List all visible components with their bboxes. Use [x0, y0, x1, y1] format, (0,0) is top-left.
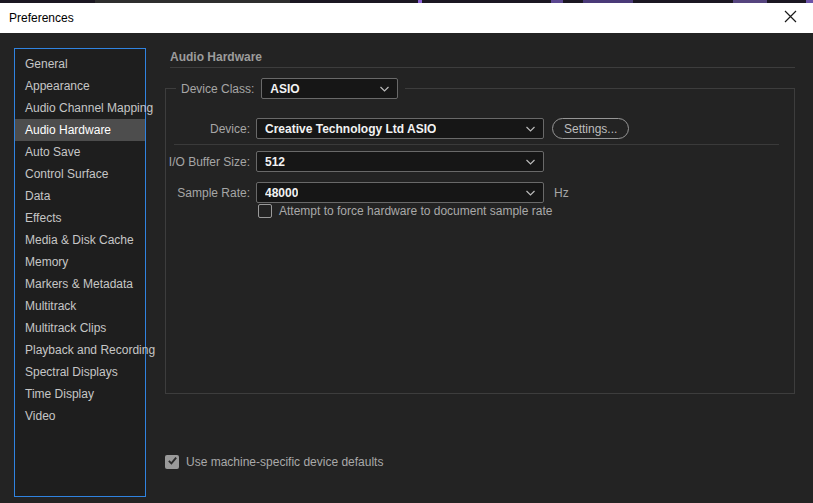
- machine-defaults-label: Use machine-specific device defaults: [186, 455, 383, 469]
- preferences-dialog-body: General Appearance Audio Channel Mapping…: [0, 33, 813, 503]
- sidebar-item-audio-channel-mapping[interactable]: Audio Channel Mapping: [15, 97, 145, 119]
- close-button[interactable]: [768, 3, 813, 33]
- sidebar-item-markers-metadata[interactable]: Markers & Metadata: [15, 273, 145, 295]
- sidebar-item-effects[interactable]: Effects: [15, 207, 145, 229]
- device-class-select[interactable]: ASIO: [261, 78, 398, 99]
- checkmark-icon: [167, 455, 178, 469]
- io-buffer-select[interactable]: 512: [256, 151, 544, 172]
- device-class-label: Device Class:: [181, 82, 254, 96]
- device-row: Device: Creative Technology Ltd ASIO Set…: [166, 118, 629, 139]
- force-sample-rate-label: Attempt to force hardware to document sa…: [279, 204, 552, 218]
- chevron-down-icon: [520, 159, 535, 165]
- io-buffer-label: I/O Buffer Size:: [166, 155, 250, 169]
- sidebar-item-multitrack[interactable]: Multitrack: [15, 295, 145, 317]
- sidebar-item-audio-hardware[interactable]: Audio Hardware: [15, 119, 145, 141]
- io-buffer-value: 512: [265, 155, 285, 169]
- force-sample-rate-checkbox[interactable]: [258, 204, 272, 218]
- sidebar-item-general[interactable]: General: [15, 53, 145, 75]
- chevron-down-icon: [374, 86, 389, 92]
- device-class-row: Device Class: ASIO: [176, 78, 405, 99]
- chevron-down-icon: [520, 126, 535, 132]
- sidebar-item-memory[interactable]: Memory: [15, 251, 145, 273]
- category-list: General Appearance Audio Channel Mapping…: [14, 48, 146, 497]
- sidebar-item-spectral-displays[interactable]: Spectral Displays: [15, 361, 145, 383]
- chevron-down-icon: [520, 190, 535, 196]
- device-value: Creative Technology Ltd ASIO: [265, 122, 436, 136]
- close-icon: [784, 10, 797, 26]
- sidebar-item-auto-save[interactable]: Auto Save: [15, 141, 145, 163]
- audio-hardware-group: Device Class: ASIO Device: Creative Tech…: [165, 88, 795, 394]
- device-label: Device:: [166, 122, 250, 136]
- sidebar-item-appearance[interactable]: Appearance: [15, 75, 145, 97]
- sample-rate-row: Sample Rate: 48000 Hz: [166, 182, 569, 203]
- io-buffer-row: I/O Buffer Size: 512: [166, 151, 544, 172]
- sidebar-item-video[interactable]: Video: [15, 405, 145, 427]
- machine-defaults-checkbox[interactable]: [165, 455, 179, 469]
- sidebar-item-media-disk-cache[interactable]: Media & Disk Cache: [15, 229, 145, 251]
- sample-rate-label: Sample Rate:: [166, 186, 250, 200]
- machine-defaults-row: Use machine-specific device defaults: [165, 455, 383, 469]
- device-select[interactable]: Creative Technology Ltd ASIO: [256, 118, 544, 139]
- sidebar-item-time-display[interactable]: Time Display: [15, 383, 145, 405]
- titlebar: Preferences: [0, 3, 813, 33]
- settings-button[interactable]: Settings...: [552, 118, 629, 139]
- device-class-value: ASIO: [270, 82, 299, 96]
- device-row-divider: [174, 144, 779, 145]
- sidebar-item-playback-and-recording[interactable]: Playback and Recording: [15, 339, 145, 361]
- sidebar-item-data[interactable]: Data: [15, 185, 145, 207]
- force-sample-rate-row: Attempt to force hardware to document sa…: [258, 204, 552, 218]
- window-title: Preferences: [0, 11, 74, 25]
- header-divider: [170, 67, 795, 68]
- sidebar-item-multitrack-clips[interactable]: Multitrack Clips: [15, 317, 145, 339]
- sample-rate-unit: Hz: [554, 186, 569, 200]
- sidebar-item-control-surface[interactable]: Control Surface: [15, 163, 145, 185]
- page-title: Audio Hardware: [170, 50, 262, 64]
- sample-rate-value: 48000: [265, 186, 298, 200]
- sample-rate-select[interactable]: 48000: [256, 182, 544, 203]
